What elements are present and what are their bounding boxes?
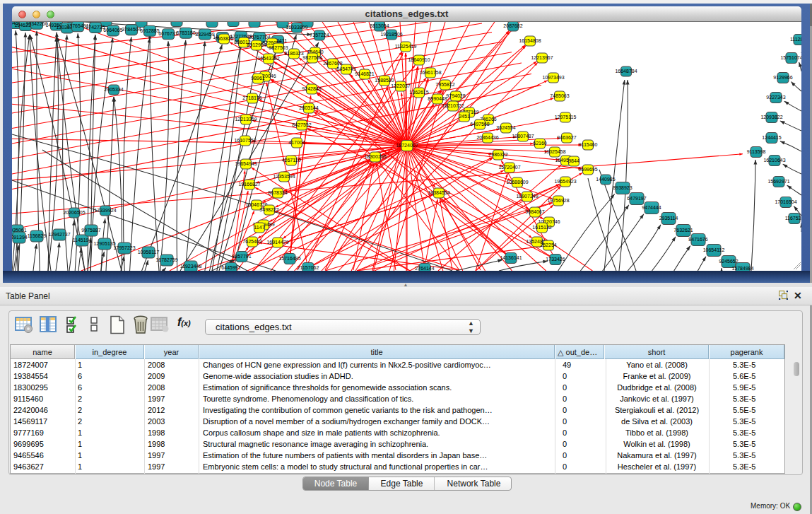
svg-text:19384554: 19384554: [428, 190, 449, 195]
svg-text:18724007: 18724007: [396, 143, 418, 148]
svg-text:1112871: 1112871: [790, 37, 801, 42]
svg-text:9242848: 9242848: [302, 86, 321, 91]
svg-text:8186323: 8186323: [284, 51, 303, 56]
svg-text:1440985: 1440985: [596, 177, 615, 182]
svg-text:16033809: 16033809: [286, 25, 307, 30]
svg-text:9129966: 9129966: [773, 75, 792, 80]
svg-text:19218506: 19218506: [380, 32, 402, 37]
svg-text:20364436: 20364436: [476, 135, 498, 140]
svg-text:1147: 1147: [254, 225, 264, 230]
svg-text:6076731: 6076731: [158, 31, 177, 36]
svg-text:8938923: 8938923: [613, 185, 632, 190]
svg-text:10958117: 10958117: [138, 250, 160, 255]
svg-text:12942737: 12942737: [48, 232, 70, 237]
svg-text:20206505: 20206505: [63, 210, 85, 215]
svg-text:9474444: 9474444: [642, 205, 661, 210]
svg-text:7986322: 7986322: [488, 152, 507, 157]
svg-text:10025458: 10025458: [543, 149, 565, 154]
svg-text:9084067: 9084067: [525, 209, 544, 214]
svg-text:12905135: 12905135: [93, 241, 115, 246]
svg-text:10654112: 10654112: [703, 247, 725, 252]
svg-text:7625402: 7625402: [242, 239, 261, 244]
svg-text:10973493: 10973493: [542, 75, 564, 80]
svg-text:3498222: 3498222: [259, 207, 278, 212]
svg-text:16782759: 16782759: [155, 257, 177, 262]
svg-text:98961: 98961: [251, 76, 265, 81]
svg-text:391394: 391394: [12, 235, 28, 240]
svg-text:7632621: 7632621: [673, 228, 693, 233]
svg-text:8829459: 8829459: [195, 32, 214, 37]
svg-text:16961758: 16961758: [419, 70, 441, 75]
svg-text:6497568: 6497568: [470, 122, 489, 127]
svg-text:6445991: 6445991: [221, 265, 240, 270]
svg-text:4267110: 4267110: [282, 158, 301, 163]
svg-text:10688609: 10688609: [506, 180, 528, 185]
svg-text:12213369: 12213369: [235, 117, 257, 122]
svg-text:2087682: 2087682: [503, 23, 522, 28]
svg-text:7955812: 7955812: [435, 82, 454, 87]
svg-text:2803144: 2803144: [299, 105, 318, 110]
svg-text:8471676: 8471676: [688, 237, 707, 242]
svg-text:15716485: 15716485: [278, 256, 300, 261]
svg-text:19654943: 19654943: [235, 161, 257, 166]
svg-text:2718176: 2718176: [242, 95, 261, 100]
svg-text:9146821: 9146821: [355, 71, 374, 76]
svg-text:10342260: 10342260: [25, 22, 47, 26]
svg-text:62160: 62160: [533, 141, 547, 146]
svg-text:19756928: 19756928: [547, 198, 569, 203]
svg-text:1615132: 1615132: [532, 225, 551, 230]
svg-text:14136141: 14136141: [500, 255, 522, 260]
svg-text:7485063: 7485063: [550, 93, 569, 98]
svg-text:21157062: 21157062: [298, 265, 319, 270]
svg-text:9115460: 9115460: [579, 142, 598, 147]
svg-text:9975887: 9975887: [81, 228, 100, 233]
svg-text:16543382: 16543382: [257, 56, 279, 61]
svg-text:15784984: 15784984: [731, 266, 753, 271]
svg-text:18640910: 18640910: [408, 57, 430, 62]
svg-text:6912885: 6912885: [140, 28, 159, 33]
svg-text:19654923: 19654923: [554, 179, 576, 184]
svg-text:7663822: 7663822: [214, 36, 233, 41]
svg-text:2935114: 2935114: [659, 216, 678, 221]
svg-text:9857791: 9857791: [232, 254, 251, 259]
svg-text:17957223: 17957223: [113, 245, 135, 250]
svg-text:1244415: 1244415: [762, 135, 781, 140]
svg-text:8990448: 8990448: [428, 96, 447, 101]
svg-text:7357224: 7357224: [310, 33, 329, 37]
svg-text:8742735: 8742735: [86, 25, 105, 30]
svg-text:9699695: 9699695: [578, 167, 597, 172]
svg-text:1167533: 1167533: [785, 216, 801, 221]
svg-text:1156829: 1156829: [28, 233, 47, 238]
svg-text:9227343: 9227343: [766, 95, 785, 100]
svg-text:15751074: 15751074: [780, 55, 801, 60]
svg-text:1588520: 1588520: [375, 78, 394, 83]
svg-text:9463627: 9463627: [557, 135, 576, 140]
svg-text:9827508: 9827508: [302, 55, 322, 60]
svg-text:2764144: 2764144: [415, 266, 434, 271]
svg-text:9245652: 9245652: [719, 259, 738, 264]
svg-text:18300295: 18300295: [364, 154, 386, 159]
svg-text:3784504: 3784504: [122, 27, 141, 32]
svg-text:6064065: 6064065: [103, 28, 122, 33]
svg-text:9844: 9844: [568, 158, 579, 163]
svg-text:8454749: 8454749: [336, 66, 355, 71]
svg-text:6479197: 6479197: [627, 196, 646, 201]
svg-text:1145194: 1145194: [73, 238, 92, 243]
svg-text:1733426: 1733426: [546, 257, 565, 262]
svg-text:17339924: 17339924: [94, 208, 116, 213]
svg-text:16154808: 16154808: [519, 38, 541, 43]
svg-text:9794028: 9794028: [446, 93, 465, 98]
svg-text:18907249: 18907249: [516, 194, 538, 199]
svg-text:8813054: 8813054: [370, 23, 389, 28]
svg-text:8783180: 8783180: [176, 30, 195, 35]
svg-text:11923448: 11923448: [180, 264, 202, 269]
svg-text:10807487: 10807487: [512, 134, 534, 139]
svg-text:417004: 417004: [288, 140, 305, 145]
svg-text:3624554: 3624554: [496, 125, 515, 130]
svg-text:12213967: 12213967: [531, 55, 553, 60]
svg-text:17016504: 17016504: [775, 199, 796, 204]
svg-text:16210722: 16210722: [442, 103, 464, 108]
svg-text:9827503: 9827503: [269, 45, 288, 50]
svg-text:16210643: 16210643: [763, 158, 785, 163]
svg-text:16648784: 16648784: [615, 69, 637, 74]
